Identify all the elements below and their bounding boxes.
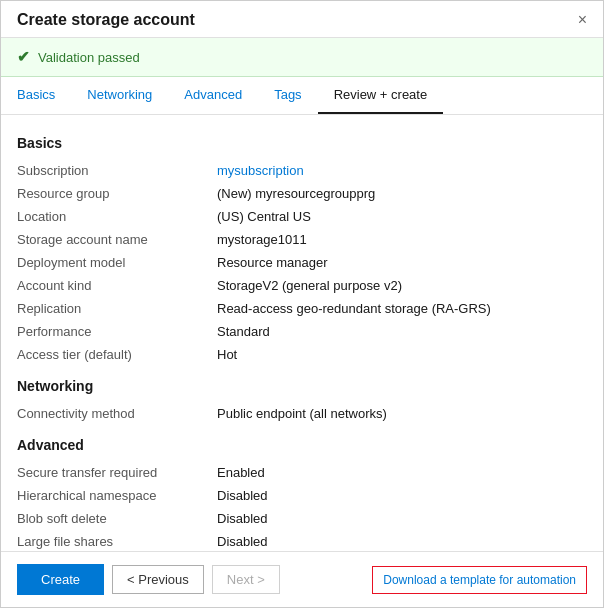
advanced-section: Advanced Secure transfer required Enable…	[17, 437, 587, 551]
value-performance: Standard	[217, 324, 270, 339]
tab-networking[interactable]: Networking	[71, 77, 168, 114]
field-connectivity-method: Connectivity method Public endpoint (all…	[17, 402, 587, 425]
label-deployment-model: Deployment model	[17, 255, 217, 270]
review-content: Basics Subscription mysubscription Resou…	[1, 115, 603, 551]
networking-section: Networking Connectivity method Public en…	[17, 378, 587, 425]
field-account-kind: Account kind StorageV2 (general purpose …	[17, 274, 587, 297]
value-secure-transfer: Enabled	[217, 465, 265, 480]
field-blob-soft-delete: Blob soft delete Disabled	[17, 507, 587, 530]
field-deployment-model: Deployment model Resource manager	[17, 251, 587, 274]
value-large-file-shares: Disabled	[217, 534, 268, 549]
field-location: Location (US) Central US	[17, 205, 587, 228]
field-resource-group: Resource group (New) myresourcegroupprg	[17, 182, 587, 205]
value-replication: Read-access geo-redundant storage (RA-GR…	[217, 301, 491, 316]
field-performance: Performance Standard	[17, 320, 587, 343]
field-access-tier: Access tier (default) Hot	[17, 343, 587, 366]
label-location: Location	[17, 209, 217, 224]
value-storage-account-name: mystorage1011	[217, 232, 307, 247]
previous-button[interactable]: < Previous	[112, 565, 204, 594]
label-replication: Replication	[17, 301, 217, 316]
download-template-button[interactable]: Download a template for automation	[372, 566, 587, 594]
check-icon: ✔	[17, 48, 30, 66]
value-resource-group: (New) myresourcegroupprg	[217, 186, 375, 201]
field-replication: Replication Read-access geo-redundant st…	[17, 297, 587, 320]
page-title: Create storage account	[17, 11, 195, 29]
value-blob-soft-delete: Disabled	[217, 511, 268, 526]
field-large-file-shares: Large file shares Disabled	[17, 530, 587, 551]
label-performance: Performance	[17, 324, 217, 339]
validation-banner: ✔ Validation passed	[1, 38, 603, 77]
field-secure-transfer: Secure transfer required Enabled	[17, 461, 587, 484]
value-access-tier: Hot	[217, 347, 237, 362]
tabs-bar: Basics Networking Advanced Tags Review +…	[1, 77, 603, 115]
footer: Create < Previous Next > Download a temp…	[1, 551, 603, 607]
next-button[interactable]: Next >	[212, 565, 280, 594]
close-button[interactable]: ×	[578, 12, 587, 28]
value-location: (US) Central US	[217, 209, 311, 224]
label-account-kind: Account kind	[17, 278, 217, 293]
create-button[interactable]: Create	[17, 564, 104, 595]
tab-advanced[interactable]: Advanced	[168, 77, 258, 114]
value-subscription: mysubscription	[217, 163, 304, 178]
label-connectivity-method: Connectivity method	[17, 406, 217, 421]
label-large-file-shares: Large file shares	[17, 534, 217, 549]
tab-tags[interactable]: Tags	[258, 77, 317, 114]
advanced-section-title: Advanced	[17, 437, 587, 453]
basics-section-title: Basics	[17, 135, 587, 151]
field-subscription: Subscription mysubscription	[17, 159, 587, 182]
label-hierarchical-namespace: Hierarchical namespace	[17, 488, 217, 503]
label-blob-soft-delete: Blob soft delete	[17, 511, 217, 526]
title-bar: Create storage account ×	[1, 1, 603, 38]
label-access-tier: Access tier (default)	[17, 347, 217, 362]
label-storage-account-name: Storage account name	[17, 232, 217, 247]
field-hierarchical-namespace: Hierarchical namespace Disabled	[17, 484, 587, 507]
label-resource-group: Resource group	[17, 186, 217, 201]
value-account-kind: StorageV2 (general purpose v2)	[217, 278, 402, 293]
label-subscription: Subscription	[17, 163, 217, 178]
networking-section-title: Networking	[17, 378, 587, 394]
validation-message: Validation passed	[38, 50, 140, 65]
basics-section: Basics Subscription mysubscription Resou…	[17, 135, 587, 366]
window: Create storage account × ✔ Validation pa…	[0, 0, 604, 608]
label-secure-transfer: Secure transfer required	[17, 465, 217, 480]
value-deployment-model: Resource manager	[217, 255, 328, 270]
value-hierarchical-namespace: Disabled	[217, 488, 268, 503]
tab-review[interactable]: Review + create	[318, 77, 444, 114]
field-storage-account-name: Storage account name mystorage1011	[17, 228, 587, 251]
value-connectivity-method: Public endpoint (all networks)	[217, 406, 387, 421]
tab-basics[interactable]: Basics	[17, 77, 71, 114]
